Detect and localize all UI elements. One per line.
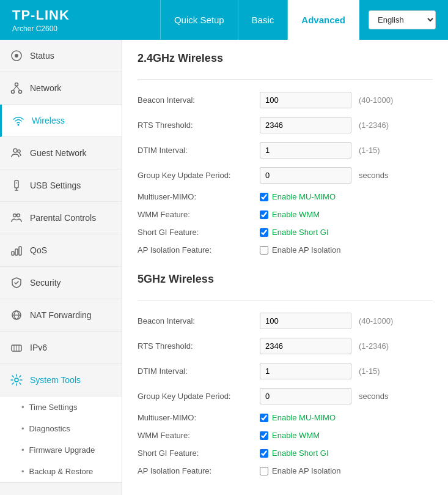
checkbox-isolation-24: AP Isolation Feature: Enable AP Isolatio… — [138, 245, 433, 255]
checkbox-mimo-5: Multiuser-MIMO: Enable MU-MIMO — [138, 413, 433, 422]
hint-rts-24: (1-2346) — [359, 121, 389, 130]
hint-rts-5: (1-2346) — [359, 341, 389, 351]
svg-point-9 — [18, 150, 20, 152]
usb-icon — [9, 178, 24, 193]
sidebar-item-ipv6[interactable]: IPv6 — [0, 332, 122, 364]
sidebar-label-network: Network — [30, 83, 61, 93]
svg-line-5 — [13, 86, 17, 91]
label-isolation-5: AP Isolation Feature: — [138, 466, 260, 475]
label-rts-5: RTS Threshold: — [138, 341, 260, 351]
section-24ghz-title: 2.4GHz Wireless — [138, 52, 433, 70]
sidebar-item-parental[interactable]: Parental Controls — [0, 202, 122, 234]
nav-advanced[interactable]: Advanced — [288, 0, 359, 40]
label-beacon-24: Beacon Interval: — [138, 95, 260, 105]
content-area: 2.4GHz Wireless Beacon Interval: (40-100… — [122, 40, 448, 495]
section-5ghz: 5GHz Wireless Beacon Interval: (40-1000)… — [138, 273, 433, 475]
checkbox-isolation-5: AP Isolation Feature: Enable AP Isolatio… — [138, 466, 433, 475]
svg-point-14 — [13, 214, 17, 217]
cb-mimo-24[interactable] — [260, 193, 268, 201]
input-group-5[interactable] — [260, 388, 351, 404]
logo-text: TP-LINK — [12, 7, 70, 23]
input-rts-24[interactable] — [260, 117, 351, 133]
checkbox-wmm-5: WMM Feature: Enable WMM — [138, 431, 433, 440]
label-wmm-24: WMM Feature: — [138, 210, 260, 219]
cb-gi-5[interactable] — [260, 449, 268, 458]
hint-beacon-24: (40-1000) — [359, 95, 393, 105]
input-dtim-24[interactable] — [260, 142, 351, 158]
sidebar-label-qos: QoS — [30, 245, 47, 255]
field-beacon-24: Beacon Interval: (40-1000) — [138, 92, 433, 108]
label-gi-5: Short GI Feature: — [138, 448, 260, 458]
sidebar-sub-diagnostics[interactable]: Diagnostics — [0, 418, 122, 439]
input-beacon-24[interactable] — [260, 92, 351, 108]
input-beacon-5[interactable] — [260, 313, 351, 329]
input-group-24[interactable] — [260, 167, 351, 184]
checkbox-gi-24: Short GI Feature: Enable Short GI — [138, 228, 433, 237]
language-selector[interactable]: English 中文 — [369, 10, 436, 29]
text-isolation-24: Enable AP Isolation — [272, 245, 341, 255]
model-text: Archer C2600 — [12, 24, 70, 33]
text-gi-24: Enable Short GI — [272, 228, 329, 237]
svg-line-6 — [17, 86, 20, 91]
sidebar-sub-time[interactable]: Time Settings — [0, 396, 122, 418]
sidebar-label-ipv6: IPv6 — [30, 343, 47, 352]
label-wmm-5: WMM Feature: — [138, 431, 260, 440]
input-dtim-5[interactable] — [260, 363, 351, 379]
hint-beacon-5: (40-1000) — [359, 316, 393, 326]
wireless-icon — [11, 113, 26, 128]
field-group-24: Group Key Update Period: seconds — [138, 167, 433, 184]
checkbox-wmm-24: WMM Feature: Enable WMM — [138, 210, 433, 219]
checkbox-gi-5: Short GI Feature: Enable Short GI — [138, 448, 433, 458]
cb-mimo-5[interactable] — [260, 414, 268, 422]
text-gi-5: Enable Short GI — [272, 448, 329, 458]
svg-point-15 — [17, 214, 20, 217]
input-rts-5[interactable] — [260, 338, 351, 354]
text-wmm-24: Enable WMM — [272, 210, 320, 219]
label-gi-24: Short GI Feature: — [138, 228, 260, 237]
control-wmm-24: Enable WMM — [260, 210, 320, 219]
sidebar-sub-backup[interactable]: Backup & Restore — [0, 461, 122, 482]
parental-icon — [9, 210, 24, 225]
sidebar-item-status[interactable]: Status — [0, 40, 122, 72]
sidebar-item-qos[interactable]: QoS — [0, 234, 122, 267]
qos-icon — [9, 243, 24, 258]
cb-gi-24[interactable] — [260, 228, 268, 237]
control-gi-5: Enable Short GI — [260, 448, 329, 458]
svg-rect-16 — [12, 251, 14, 255]
sidebar-item-security[interactable]: Security — [0, 267, 122, 299]
svg-rect-17 — [15, 249, 18, 255]
sidebar-item-wireless[interactable]: Wireless — [0, 105, 122, 137]
field-rts-24: RTS Threshold: (1-2346) — [138, 117, 433, 133]
section-24ghz-divider — [138, 79, 433, 80]
sidebar-item-nat[interactable]: NAT Forwarding — [0, 299, 122, 332]
sidebar-label-guest: Guest Network — [30, 148, 87, 158]
svg-point-7 — [18, 124, 20, 126]
sidebar-item-usb[interactable]: USB Settings — [0, 169, 122, 202]
sidebar-item-network[interactable]: Network — [0, 72, 122, 105]
field-rts-5: RTS Threshold: (1-2346) — [138, 338, 433, 354]
status-icon — [9, 48, 24, 63]
svg-rect-10 — [15, 181, 18, 188]
cb-isolation-5[interactable] — [260, 467, 268, 475]
system-icon — [9, 373, 24, 387]
sidebar-item-system-tools[interactable]: System Tools — [0, 364, 122, 396]
network-icon — [9, 81, 24, 95]
cb-isolation-24[interactable] — [260, 246, 268, 255]
cb-wmm-5[interactable] — [260, 431, 268, 440]
svg-point-2 — [15, 83, 18, 86]
sidebar-sub-firmware[interactable]: Firmware Upgrade — [0, 439, 122, 461]
nav-quick-setup[interactable]: Quick Setup — [160, 0, 238, 40]
sidebar-label-parental: Parental Controls — [30, 213, 96, 223]
svg-point-4 — [19, 91, 22, 94]
sidebar-item-guest-network[interactable]: Guest Network — [0, 137, 122, 169]
logo-area: TP-LINK Archer C2600 — [12, 7, 70, 33]
sidebar-label-usb: USB Settings — [30, 181, 81, 190]
sidebar-label-nat: NAT Forwarding — [30, 310, 92, 320]
label-beacon-5: Beacon Interval: — [138, 316, 260, 326]
unit-group-24: seconds — [359, 171, 388, 180]
control-wmm-5: Enable WMM — [260, 431, 320, 440]
nav-basic[interactable]: Basic — [238, 0, 288, 40]
control-mimo-5: Enable MU-MIMO — [260, 413, 336, 422]
control-isolation-5: Enable AP Isolation — [260, 466, 341, 475]
cb-wmm-24[interactable] — [260, 210, 268, 219]
